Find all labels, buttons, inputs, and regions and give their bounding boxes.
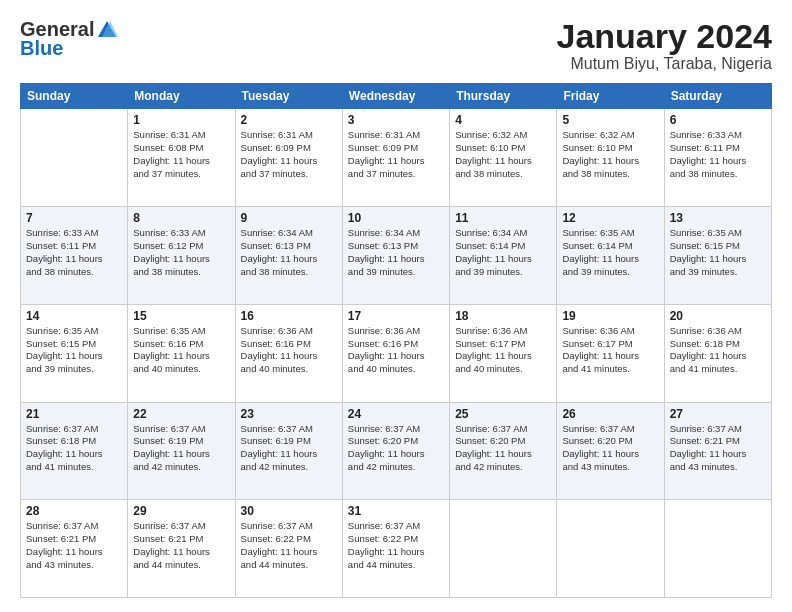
day-number: 11 bbox=[455, 211, 551, 225]
logo: General Blue bbox=[20, 18, 118, 60]
day-number: 28 bbox=[26, 504, 122, 518]
day-header-wednesday: Wednesday bbox=[342, 84, 449, 109]
day-number: 8 bbox=[133, 211, 229, 225]
calendar-cell: 9Sunrise: 6:34 AM Sunset: 6:13 PM Daylig… bbox=[235, 207, 342, 305]
day-info: Sunrise: 6:35 AM Sunset: 6:16 PM Dayligh… bbox=[133, 325, 229, 376]
calendar-table: SundayMondayTuesdayWednesdayThursdayFrid… bbox=[20, 83, 772, 598]
day-info: Sunrise: 6:33 AM Sunset: 6:11 PM Dayligh… bbox=[670, 129, 766, 180]
calendar-cell: 14Sunrise: 6:35 AM Sunset: 6:15 PM Dayli… bbox=[21, 304, 128, 402]
day-info: Sunrise: 6:36 AM Sunset: 6:16 PM Dayligh… bbox=[348, 325, 444, 376]
day-number: 17 bbox=[348, 309, 444, 323]
title-block: January 2024 Mutum Biyu, Taraba, Nigeria bbox=[557, 18, 773, 73]
calendar-cell: 7Sunrise: 6:33 AM Sunset: 6:11 PM Daylig… bbox=[21, 207, 128, 305]
day-number: 7 bbox=[26, 211, 122, 225]
day-info: Sunrise: 6:37 AM Sunset: 6:20 PM Dayligh… bbox=[348, 423, 444, 474]
calendar-cell: 11Sunrise: 6:34 AM Sunset: 6:14 PM Dayli… bbox=[450, 207, 557, 305]
day-info: Sunrise: 6:33 AM Sunset: 6:11 PM Dayligh… bbox=[26, 227, 122, 278]
day-info: Sunrise: 6:35 AM Sunset: 6:15 PM Dayligh… bbox=[26, 325, 122, 376]
day-info: Sunrise: 6:32 AM Sunset: 6:10 PM Dayligh… bbox=[455, 129, 551, 180]
calendar-cell: 24Sunrise: 6:37 AM Sunset: 6:20 PM Dayli… bbox=[342, 402, 449, 500]
logo-icon bbox=[96, 19, 118, 41]
logo-blue: Blue bbox=[20, 37, 63, 60]
calendar-cell: 22Sunrise: 6:37 AM Sunset: 6:19 PM Dayli… bbox=[128, 402, 235, 500]
day-number: 22 bbox=[133, 407, 229, 421]
calendar-cell: 8Sunrise: 6:33 AM Sunset: 6:12 PM Daylig… bbox=[128, 207, 235, 305]
day-info: Sunrise: 6:37 AM Sunset: 6:22 PM Dayligh… bbox=[241, 520, 337, 571]
calendar-cell: 28Sunrise: 6:37 AM Sunset: 6:21 PM Dayli… bbox=[21, 500, 128, 598]
calendar-cell: 5Sunrise: 6:32 AM Sunset: 6:10 PM Daylig… bbox=[557, 109, 664, 207]
day-number: 27 bbox=[670, 407, 766, 421]
day-info: Sunrise: 6:36 AM Sunset: 6:17 PM Dayligh… bbox=[562, 325, 658, 376]
calendar-cell: 6Sunrise: 6:33 AM Sunset: 6:11 PM Daylig… bbox=[664, 109, 771, 207]
calendar-cell: 21Sunrise: 6:37 AM Sunset: 6:18 PM Dayli… bbox=[21, 402, 128, 500]
day-info: Sunrise: 6:37 AM Sunset: 6:22 PM Dayligh… bbox=[348, 520, 444, 571]
day-info: Sunrise: 6:37 AM Sunset: 6:20 PM Dayligh… bbox=[562, 423, 658, 474]
day-number: 2 bbox=[241, 113, 337, 127]
calendar-cell: 1Sunrise: 6:31 AM Sunset: 6:08 PM Daylig… bbox=[128, 109, 235, 207]
calendar-cell: 31Sunrise: 6:37 AM Sunset: 6:22 PM Dayli… bbox=[342, 500, 449, 598]
day-number: 1 bbox=[133, 113, 229, 127]
day-number: 25 bbox=[455, 407, 551, 421]
calendar-cell: 25Sunrise: 6:37 AM Sunset: 6:20 PM Dayli… bbox=[450, 402, 557, 500]
calendar-cell: 19Sunrise: 6:36 AM Sunset: 6:17 PM Dayli… bbox=[557, 304, 664, 402]
day-info: Sunrise: 6:37 AM Sunset: 6:21 PM Dayligh… bbox=[26, 520, 122, 571]
day-info: Sunrise: 6:37 AM Sunset: 6:20 PM Dayligh… bbox=[455, 423, 551, 474]
day-header-friday: Friday bbox=[557, 84, 664, 109]
day-number: 30 bbox=[241, 504, 337, 518]
calendar-cell: 18Sunrise: 6:36 AM Sunset: 6:17 PM Dayli… bbox=[450, 304, 557, 402]
calendar-cell: 10Sunrise: 6:34 AM Sunset: 6:13 PM Dayli… bbox=[342, 207, 449, 305]
day-info: Sunrise: 6:31 AM Sunset: 6:08 PM Dayligh… bbox=[133, 129, 229, 180]
calendar-cell: 17Sunrise: 6:36 AM Sunset: 6:16 PM Dayli… bbox=[342, 304, 449, 402]
day-info: Sunrise: 6:33 AM Sunset: 6:12 PM Dayligh… bbox=[133, 227, 229, 278]
calendar-cell: 20Sunrise: 6:36 AM Sunset: 6:18 PM Dayli… bbox=[664, 304, 771, 402]
day-header-saturday: Saturday bbox=[664, 84, 771, 109]
day-info: Sunrise: 6:36 AM Sunset: 6:18 PM Dayligh… bbox=[670, 325, 766, 376]
calendar-cell: 2Sunrise: 6:31 AM Sunset: 6:09 PM Daylig… bbox=[235, 109, 342, 207]
day-info: Sunrise: 6:37 AM Sunset: 6:19 PM Dayligh… bbox=[133, 423, 229, 474]
calendar-cell: 4Sunrise: 6:32 AM Sunset: 6:10 PM Daylig… bbox=[450, 109, 557, 207]
calendar-week-row: 28Sunrise: 6:37 AM Sunset: 6:21 PM Dayli… bbox=[21, 500, 772, 598]
day-number: 23 bbox=[241, 407, 337, 421]
day-number: 29 bbox=[133, 504, 229, 518]
calendar-cell bbox=[664, 500, 771, 598]
day-info: Sunrise: 6:31 AM Sunset: 6:09 PM Dayligh… bbox=[241, 129, 337, 180]
day-number: 14 bbox=[26, 309, 122, 323]
day-info: Sunrise: 6:37 AM Sunset: 6:18 PM Dayligh… bbox=[26, 423, 122, 474]
day-number: 18 bbox=[455, 309, 551, 323]
calendar-cell: 13Sunrise: 6:35 AM Sunset: 6:15 PM Dayli… bbox=[664, 207, 771, 305]
day-info: Sunrise: 6:36 AM Sunset: 6:17 PM Dayligh… bbox=[455, 325, 551, 376]
calendar-cell: 26Sunrise: 6:37 AM Sunset: 6:20 PM Dayli… bbox=[557, 402, 664, 500]
day-info: Sunrise: 6:37 AM Sunset: 6:21 PM Dayligh… bbox=[670, 423, 766, 474]
day-number: 20 bbox=[670, 309, 766, 323]
calendar-header-row: SundayMondayTuesdayWednesdayThursdayFrid… bbox=[21, 84, 772, 109]
day-number: 31 bbox=[348, 504, 444, 518]
day-number: 3 bbox=[348, 113, 444, 127]
day-info: Sunrise: 6:37 AM Sunset: 6:19 PM Dayligh… bbox=[241, 423, 337, 474]
page-title: January 2024 bbox=[557, 18, 773, 55]
calendar-cell: 27Sunrise: 6:37 AM Sunset: 6:21 PM Dayli… bbox=[664, 402, 771, 500]
calendar-cell: 29Sunrise: 6:37 AM Sunset: 6:21 PM Dayli… bbox=[128, 500, 235, 598]
calendar-cell bbox=[557, 500, 664, 598]
calendar-cell: 23Sunrise: 6:37 AM Sunset: 6:19 PM Dayli… bbox=[235, 402, 342, 500]
calendar-cell bbox=[450, 500, 557, 598]
day-info: Sunrise: 6:34 AM Sunset: 6:13 PM Dayligh… bbox=[241, 227, 337, 278]
day-number: 19 bbox=[562, 309, 658, 323]
day-number: 24 bbox=[348, 407, 444, 421]
day-header-tuesday: Tuesday bbox=[235, 84, 342, 109]
calendar-week-row: 14Sunrise: 6:35 AM Sunset: 6:15 PM Dayli… bbox=[21, 304, 772, 402]
calendar-cell: 12Sunrise: 6:35 AM Sunset: 6:14 PM Dayli… bbox=[557, 207, 664, 305]
calendar-cell: 30Sunrise: 6:37 AM Sunset: 6:22 PM Dayli… bbox=[235, 500, 342, 598]
day-number: 12 bbox=[562, 211, 658, 225]
day-info: Sunrise: 6:35 AM Sunset: 6:14 PM Dayligh… bbox=[562, 227, 658, 278]
day-info: Sunrise: 6:36 AM Sunset: 6:16 PM Dayligh… bbox=[241, 325, 337, 376]
page-subtitle: Mutum Biyu, Taraba, Nigeria bbox=[557, 55, 773, 73]
day-number: 26 bbox=[562, 407, 658, 421]
calendar-week-row: 7Sunrise: 6:33 AM Sunset: 6:11 PM Daylig… bbox=[21, 207, 772, 305]
day-number: 15 bbox=[133, 309, 229, 323]
day-info: Sunrise: 6:32 AM Sunset: 6:10 PM Dayligh… bbox=[562, 129, 658, 180]
day-number: 5 bbox=[562, 113, 658, 127]
day-number: 9 bbox=[241, 211, 337, 225]
day-header-sunday: Sunday bbox=[21, 84, 128, 109]
day-number: 4 bbox=[455, 113, 551, 127]
day-info: Sunrise: 6:34 AM Sunset: 6:13 PM Dayligh… bbox=[348, 227, 444, 278]
